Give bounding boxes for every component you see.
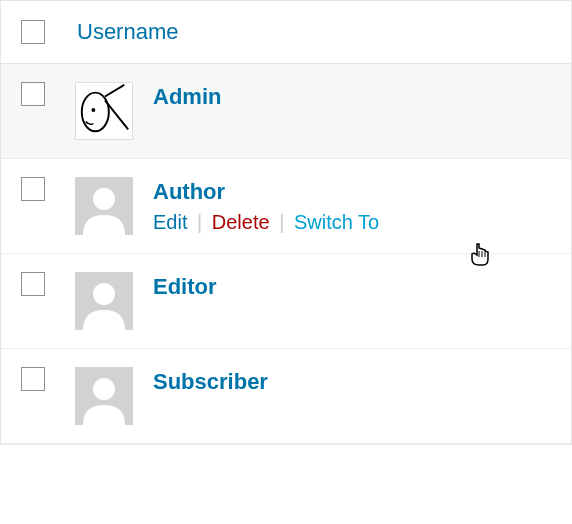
switch-to-link[interactable]: Switch To bbox=[294, 211, 379, 233]
avatar-default-icon bbox=[75, 177, 133, 235]
column-header-username[interactable]: Username bbox=[77, 19, 178, 45]
users-table: Username Admin Author bbox=[0, 0, 572, 445]
username-link[interactable]: Subscriber bbox=[153, 369, 268, 395]
table-row: Author Edit | Delete | Switch To bbox=[1, 159, 571, 254]
user-info: Admin bbox=[153, 82, 221, 110]
svg-point-10 bbox=[93, 283, 115, 305]
row-checkbox[interactable] bbox=[21, 177, 45, 201]
svg-point-12 bbox=[93, 378, 115, 400]
avatar-default-icon bbox=[75, 367, 133, 425]
username-link[interactable]: Editor bbox=[153, 274, 217, 300]
row-checkbox[interactable] bbox=[21, 272, 45, 296]
svg-point-0 bbox=[82, 93, 109, 132]
svg-point-3 bbox=[91, 108, 95, 112]
avatar-default-icon bbox=[75, 272, 133, 330]
row-checkbox[interactable] bbox=[21, 367, 45, 391]
avatar bbox=[75, 272, 133, 330]
user-info: Author Edit | Delete | Switch To bbox=[153, 177, 379, 234]
avatar bbox=[75, 82, 133, 140]
avatar bbox=[75, 177, 133, 235]
svg-line-1 bbox=[105, 85, 124, 97]
avatar bbox=[75, 367, 133, 425]
user-info: Subscriber bbox=[153, 367, 268, 395]
action-separator: | bbox=[197, 211, 202, 233]
table-row: Editor bbox=[1, 254, 571, 349]
edit-link[interactable]: Edit bbox=[153, 211, 187, 233]
user-info: Editor bbox=[153, 272, 217, 300]
action-separator: | bbox=[279, 211, 284, 233]
username-link[interactable]: Admin bbox=[153, 84, 221, 110]
delete-link[interactable]: Delete bbox=[212, 211, 270, 233]
avatar-custom-icon bbox=[76, 83, 132, 139]
table-row: Subscriber bbox=[1, 349, 571, 444]
row-actions: Edit | Delete | Switch To bbox=[153, 211, 379, 234]
row-checkbox[interactable] bbox=[21, 82, 45, 106]
table-header-row: Username bbox=[1, 1, 571, 64]
select-all-checkbox[interactable] bbox=[21, 20, 45, 44]
svg-point-5 bbox=[93, 188, 115, 210]
table-row: Admin bbox=[1, 64, 571, 159]
username-link[interactable]: Author bbox=[153, 179, 225, 205]
